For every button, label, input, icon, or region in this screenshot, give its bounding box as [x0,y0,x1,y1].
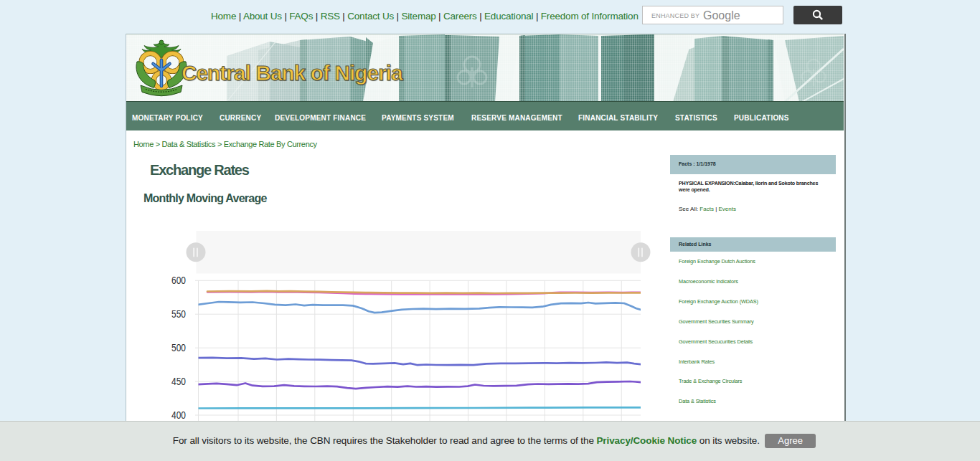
svg-text:600: 600 [171,275,186,286]
svg-text:400: 400 [171,409,186,421]
svg-text:450: 450 [171,376,186,387]
svg-text:500: 500 [171,342,186,353]
svg-text:550: 550 [171,308,186,320]
